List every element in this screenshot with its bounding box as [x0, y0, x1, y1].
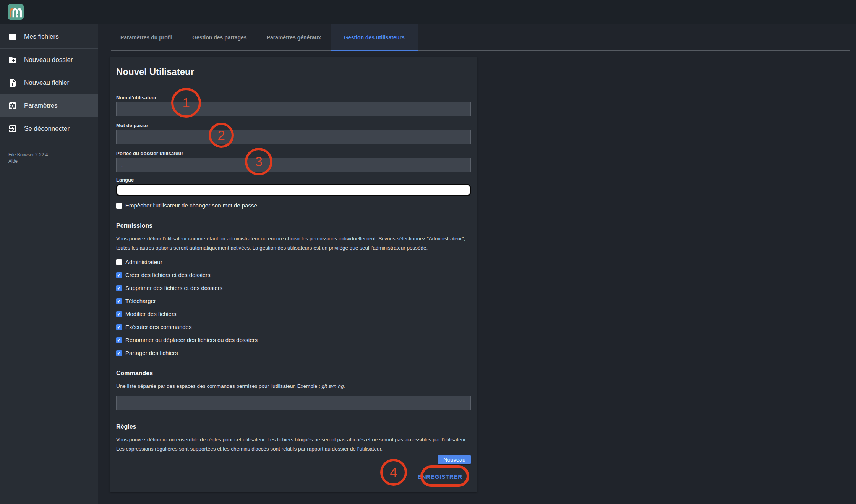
new-user-card: Nouvel Utilisateur Nom d'utilisateur Mot…	[110, 57, 477, 492]
permissions-heading: Permissions	[116, 222, 471, 229]
save-button[interactable]: ENREGISTRER	[415, 470, 465, 484]
permissions-description: Vous pouvez définir l'utilisateur comme …	[116, 234, 471, 253]
sidebar: Mes fichiers Nouveau dossier Nouveau fic…	[0, 24, 98, 504]
page-title: Nouvel Utilisateur	[116, 57, 471, 77]
scope-input[interactable]	[116, 158, 471, 172]
permission-row-rename[interactable]: Renommer ou déplacer des fichiers ou des…	[116, 337, 471, 344]
sidebar-item-logout[interactable]: Se déconnecter	[0, 117, 98, 140]
permission-checkbox-delete[interactable]	[116, 285, 122, 291]
permission-row-delete[interactable]: Supprimer des fichiers et des dossiers	[116, 285, 471, 292]
help-link[interactable]: Aide	[8, 158, 98, 165]
permission-checkbox-download[interactable]	[116, 298, 122, 304]
language-select[interactable]	[116, 184, 471, 196]
sidebar-item-label: Paramètres	[24, 102, 58, 110]
sidebar-item-new-file[interactable]: Nouveau fichier	[0, 71, 98, 94]
lock-password-checkbox[interactable]	[116, 203, 122, 209]
sidebar-item-label: Nouveau dossier	[24, 56, 73, 64]
permission-row-admin[interactable]: Administrateur	[116, 259, 471, 266]
language-label: Langue	[116, 177, 471, 183]
password-input[interactable]	[116, 130, 471, 144]
sidebar-item-settings[interactable]: Paramètres	[0, 94, 98, 117]
scope-label: Portée du dossier utilisateur	[116, 151, 471, 156]
app-version-text: File Browser 2.22.4	[8, 152, 98, 158]
permission-checkbox-rename[interactable]	[116, 337, 122, 343]
permission-row-download[interactable]: Télécharger	[116, 298, 471, 305]
commands-example-text: git svn hg.	[322, 383, 345, 389]
permission-row-modify[interactable]: Modifier des fichiers	[116, 311, 471, 318]
tab-profile-settings[interactable]: Paramètres du profil	[110, 24, 182, 51]
tab-user-management[interactable]: Gestion des utilisateurs	[331, 24, 418, 51]
logout-icon	[8, 124, 17, 133]
commands-input[interactable]	[116, 396, 471, 410]
username-label: Nom d'utilisateur	[116, 95, 471, 100]
filebrowser-logo-icon[interactable]	[8, 4, 24, 20]
commands-description: Une liste séparée par des espaces des co…	[116, 382, 471, 391]
rules-heading: Règles	[116, 423, 471, 430]
rules-description: Vous pouvez définir ici un ensemble de r…	[116, 435, 471, 454]
top-header-bar	[0, 0, 856, 24]
lock-password-label: Empêcher l'utilisateur de changer son mo…	[125, 202, 257, 209]
username-input[interactable]	[116, 102, 471, 116]
sidebar-item-new-folder[interactable]: Nouveau dossier	[0, 49, 98, 71]
permission-row-create[interactable]: Créer des fichiers et des dossiers	[116, 272, 471, 279]
permission-checkbox-create[interactable]	[116, 272, 122, 278]
lock-password-row[interactable]: Empêcher l'utilisateur de changer son mo…	[116, 202, 471, 209]
new-file-icon	[8, 78, 17, 88]
tabbar-underline	[111, 50, 850, 51]
sidebar-footer: File Browser 2.22.4 Aide	[0, 152, 98, 165]
commands-heading: Commandes	[116, 369, 471, 377]
permission-checkbox-admin[interactable]	[116, 259, 122, 265]
new-folder-icon	[8, 55, 17, 65]
sidebar-item-label: Se déconnecter	[24, 125, 70, 133]
password-label: Mot de passe	[116, 123, 471, 128]
sidebar-item-label: Nouveau fichier	[24, 79, 69, 87]
sidebar-item-my-files[interactable]: Mes fichiers	[0, 25, 98, 48]
tab-share-management[interactable]: Gestion des partages	[182, 24, 256, 51]
permission-row-share[interactable]: Partager des fichiers	[116, 350, 471, 357]
new-rule-button[interactable]: Nouveau	[438, 455, 471, 464]
permission-checkbox-share[interactable]	[116, 350, 122, 356]
permission-checkbox-modify[interactable]	[116, 311, 122, 317]
permission-row-execute[interactable]: Exécuter des commandes	[116, 324, 471, 331]
settings-icon	[8, 101, 17, 110]
settings-tabbar: Paramètres du profil Gestion des partage…	[98, 24, 856, 51]
sidebar-item-label: Mes fichiers	[24, 33, 59, 41]
permission-checkbox-execute[interactable]	[116, 324, 122, 330]
folder-icon	[8, 32, 17, 41]
tab-global-settings[interactable]: Paramètres généraux	[257, 24, 331, 51]
